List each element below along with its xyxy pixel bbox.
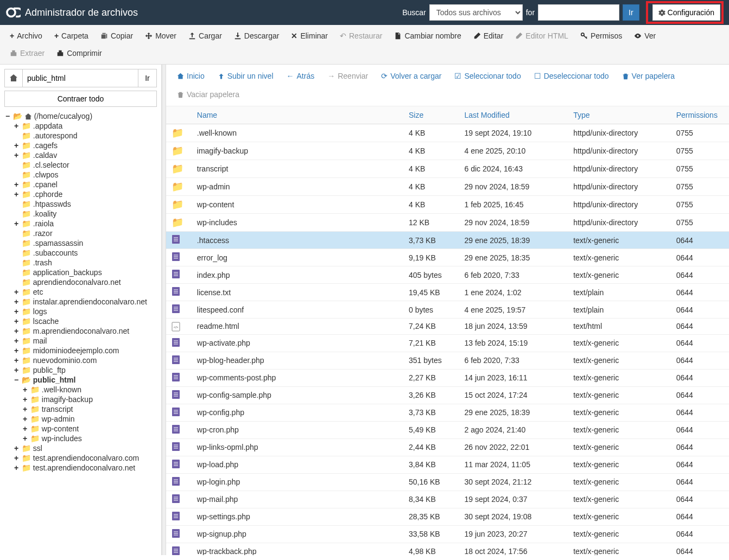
tree-item[interactable]: + 📁 ssl (13, 443, 157, 453)
tree-item[interactable]: 📁 .spamassassin (13, 238, 157, 248)
tree-label[interactable]: .clwpos (33, 170, 59, 179)
tree-item[interactable]: + 📁 .well-known (22, 385, 157, 394)
table-row[interactable]: wp-signup.php33,58 KB19 jun 2023, 20:27t… (166, 525, 729, 543)
tree-label[interactable]: m.aprendiendoconalvaro.net (33, 327, 129, 335)
tree-toggle[interactable]: + (13, 454, 20, 462)
forward-button[interactable]: →Reenviar (322, 69, 373, 83)
tree-toggle[interactable]: − (4, 112, 11, 120)
tree-toggle[interactable]: + (13, 444, 20, 453)
delete-button[interactable]: ✕Eliminar (286, 28, 333, 43)
col-icon[interactable] (166, 106, 192, 124)
tree-item[interactable]: + 📁 mail (13, 336, 157, 346)
table-row[interactable]: wp-config-sample.php3,26 KB15 oct 2024, … (166, 386, 729, 404)
tree-item[interactable]: 📁 .autorespond (13, 131, 157, 141)
col-modified[interactable]: Last Modified (459, 106, 568, 124)
compress-button[interactable]: Comprimir (51, 46, 107, 61)
table-row[interactable]: wp-comments-post.php2,27 KB14 jun 2023, … (166, 369, 729, 386)
tree-toggle[interactable]: + (13, 219, 20, 228)
tree-label[interactable]: test.aprendiendoconalvaro.com (33, 454, 139, 462)
path-input[interactable] (23, 69, 138, 87)
tree-label[interactable]: wp-includes (42, 434, 82, 443)
search-scope-select[interactable]: Todos sus archivos (429, 4, 523, 21)
table-row[interactable]: 📁.well-known4 KB19 sept 2024, 19:10httpd… (166, 124, 729, 142)
tree-item[interactable]: + 📁 .appdata (13, 121, 157, 131)
edit-button[interactable]: Editar (468, 28, 509, 43)
tree-item[interactable]: + 📁 wp-admin (22, 414, 157, 424)
tree-toggle[interactable]: + (13, 151, 20, 160)
table-row[interactable]: litespeed.conf0 bytes4 ene 2025, 19:57te… (166, 301, 729, 319)
tree-label[interactable]: nuevodominio.com (33, 356, 97, 365)
extract-button[interactable]: Extraer (4, 46, 50, 61)
table-row[interactable]: wp-activate.php7,21 KB13 feb 2024, 15:19… (166, 334, 729, 352)
search-go-button[interactable]: Ir (623, 4, 639, 21)
table-row[interactable]: wp-config.php3,73 KB29 ene 2025, 18:39te… (166, 404, 729, 421)
tree-item[interactable]: + 📁 instalar.aprendiendoconalvaro.net (13, 297, 157, 307)
table-row[interactable]: wp-login.php50,16 KB30 sept 2024, 21:12t… (166, 473, 729, 491)
tree-toggle[interactable]: + (13, 366, 20, 374)
tree-root-label[interactable]: (/home/cucalyog) (34, 112, 92, 120)
table-row[interactable]: </>readme.html7,24 KB18 jun 2024, 13:59t… (166, 319, 729, 335)
empty-trash-button[interactable]: Vaciar papelera (172, 87, 245, 101)
tree-toggle[interactable]: + (13, 317, 20, 326)
tree-label[interactable]: application_backups (33, 268, 102, 277)
tree-item[interactable]: 📁 aprendiendoconalvaro.net (13, 277, 157, 287)
tree-label[interactable]: public_html (33, 376, 76, 384)
tree-label[interactable]: .appdata (33, 122, 63, 130)
tree-item[interactable]: 📁 .koality (13, 209, 157, 219)
table-row[interactable]: wp-trackback.php4,98 KB18 oct 2024, 17:5… (166, 543, 729, 555)
table-row[interactable]: 📁wp-admin4 KB29 nov 2024, 18:59httpd/uni… (166, 178, 729, 196)
restore-button[interactable]: ↶Restaurar (334, 28, 388, 43)
tree-item[interactable]: + 📁 imagify-backup (22, 394, 157, 404)
move-button[interactable]: Mover (140, 28, 182, 43)
tree-label[interactable]: midominiodeejemplo.com (33, 346, 119, 355)
tree-item[interactable]: + 📁 test.aprendiendoconalvaro.net (13, 463, 157, 473)
table-row[interactable]: .htaccess3,73 KB29 ene 2025, 18:39text/x… (166, 232, 729, 249)
tree-label[interactable]: .cpanel (33, 180, 58, 189)
tree-item[interactable]: + 📁 .raiola (13, 219, 157, 228)
tree-item[interactable]: + 📁 public_ftp (13, 365, 157, 375)
tree-item[interactable]: + 📁 .cagefs (13, 141, 157, 150)
tree-toggle[interactable]: + (22, 395, 28, 404)
tree-toggle[interactable]: + (13, 141, 20, 150)
table-row[interactable]: index.php405 bytes6 feb 2020, 7:33text/x… (166, 266, 729, 284)
tree-toggle[interactable]: + (13, 190, 20, 199)
tree-label[interactable]: .raiola (33, 219, 54, 228)
table-row[interactable]: wp-links-opml.php2,44 KB26 nov 2022, 22:… (166, 438, 729, 456)
tree-item[interactable]: 📁 .clwpos (13, 170, 157, 180)
tree-item[interactable]: + 📁 .cphorde (13, 189, 157, 199)
tree-toggle[interactable]: − (13, 376, 20, 384)
tree-label[interactable]: mail (33, 336, 47, 345)
search-input[interactable] (538, 4, 619, 21)
permissions-button[interactable]: Permisos (575, 28, 627, 43)
tree-label[interactable]: .spamassassin (33, 239, 84, 247)
select-all-button[interactable]: ☑Seleccionar todo (449, 69, 526, 83)
tree-toggle[interactable]: + (13, 346, 20, 355)
table-row[interactable]: wp-blog-header.php351 bytes6 feb 2020, 7… (166, 352, 729, 369)
up-level-button[interactable]: Subir un nivel (212, 69, 279, 83)
view-trash-button[interactable]: Ver papelera (617, 69, 680, 83)
tree-item[interactable]: + 📁 m.aprendiendoconalvaro.net (13, 326, 157, 336)
tree-item[interactable]: − 📂 public_html (13, 375, 157, 385)
tree-label[interactable]: lscache (33, 317, 59, 326)
settings-button[interactable]: Configuración (652, 4, 720, 21)
col-size[interactable]: Size (403, 106, 459, 124)
tree-label[interactable]: .htpasswds (33, 200, 71, 208)
tree-item[interactable]: + 📁 wp-content (22, 424, 157, 434)
tree-label[interactable]: .subaccounts (33, 249, 78, 257)
tree-label[interactable]: .cagefs (33, 141, 58, 150)
path-go-button[interactable]: Ir (138, 69, 157, 87)
table-row[interactable]: 📁transcript4 KB6 dic 2024, 16:43httpd/un… (166, 160, 729, 178)
col-permissions[interactable]: Permissions (671, 106, 729, 124)
tree-item[interactable]: + 📁 test.aprendiendoconalvaro.com (13, 453, 157, 463)
upload-button[interactable]: Cargar (183, 28, 227, 43)
table-row[interactable]: wp-cron.php5,49 KB2 ago 2024, 21:40text/… (166, 421, 729, 438)
tree-item[interactable]: + 📁 transcript (22, 404, 157, 414)
tree-item[interactable]: + 📁 nuevodominio.com (13, 355, 157, 365)
tree-item[interactable]: 📁 .subaccounts (13, 248, 157, 258)
tree-label[interactable]: wp-content (42, 424, 79, 433)
table-row[interactable]: wp-mail.php8,34 KB19 sept 2024, 0:37text… (166, 491, 729, 508)
tree-label[interactable]: .razor (33, 229, 53, 238)
tree-toggle[interactable]: + (13, 463, 20, 472)
tree-item[interactable]: 📁 .cl.selector (13, 160, 157, 170)
tree-toggle[interactable]: + (13, 297, 20, 306)
